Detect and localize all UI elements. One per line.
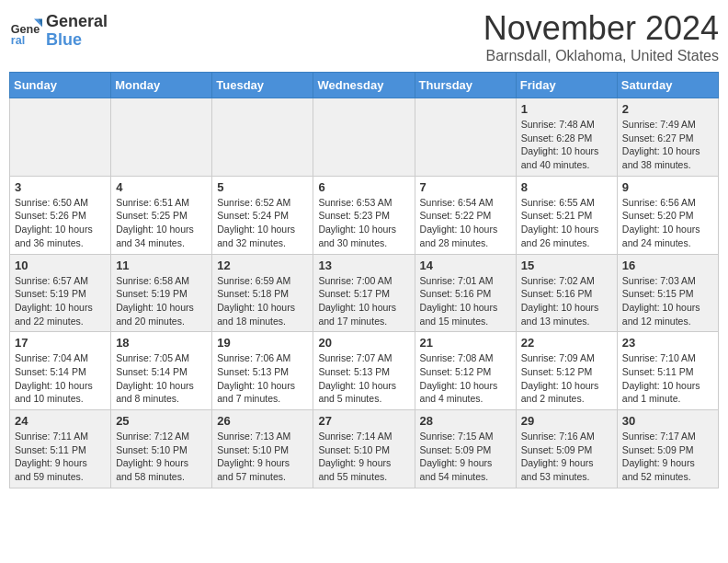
calendar-cell: 5Sunrise: 6:52 AM Sunset: 5:24 PM Daylig…	[212, 176, 313, 254]
calendar-cell: 4Sunrise: 6:51 AM Sunset: 5:25 PM Daylig…	[111, 176, 212, 254]
day-info: Sunrise: 7:49 AM Sunset: 6:27 PM Dayligh…	[622, 118, 713, 172]
calendar-cell	[415, 98, 516, 177]
calendar-cell: 16Sunrise: 7:03 AM Sunset: 5:15 PM Dayli…	[617, 254, 718, 332]
day-info: Sunrise: 7:03 AM Sunset: 5:15 PM Dayligh…	[622, 274, 713, 328]
calendar-cell: 2Sunrise: 7:49 AM Sunset: 6:27 PM Daylig…	[617, 98, 718, 177]
day-info: Sunrise: 6:53 AM Sunset: 5:23 PM Dayligh…	[318, 196, 409, 250]
day-info: Sunrise: 6:56 AM Sunset: 5:20 PM Dayligh…	[622, 196, 713, 250]
calendar-cell: 20Sunrise: 7:07 AM Sunset: 5:13 PM Dayli…	[313, 332, 415, 410]
day-number: 22	[521, 336, 612, 350]
day-number: 12	[217, 259, 308, 272]
day-info: Sunrise: 6:55 AM Sunset: 5:21 PM Dayligh…	[521, 196, 612, 250]
weekday-header-thursday: Thursday	[415, 73, 516, 98]
weekday-header-tuesday: Tuesday	[212, 73, 313, 98]
calendar-cell: 8Sunrise: 6:55 AM Sunset: 5:21 PM Daylig…	[516, 176, 617, 254]
day-info: Sunrise: 7:06 AM Sunset: 5:13 PM Dayligh…	[217, 351, 308, 406]
day-info: Sunrise: 7:13 AM Sunset: 5:10 PM Dayligh…	[217, 430, 308, 484]
calendar-cell: 21Sunrise: 7:08 AM Sunset: 5:12 PM Dayli…	[415, 332, 516, 410]
logo-text: General Blue	[46, 13, 108, 50]
calendar-cell: 30Sunrise: 7:17 AM Sunset: 5:09 PM Dayli…	[617, 410, 718, 488]
day-number: 18	[116, 336, 207, 350]
day-number: 13	[318, 259, 409, 272]
day-number: 7	[420, 180, 511, 194]
day-number: 8	[521, 180, 612, 194]
day-info: Sunrise: 7:17 AM Sunset: 5:09 PM Dayligh…	[622, 430, 713, 484]
calendar-cell	[111, 98, 212, 177]
calendar-cell: 23Sunrise: 7:10 AM Sunset: 5:11 PM Dayli…	[617, 332, 718, 410]
day-number: 21	[420, 336, 511, 350]
day-info: Sunrise: 6:59 AM Sunset: 5:18 PM Dayligh…	[217, 274, 308, 328]
calendar-cell: 19Sunrise: 7:06 AM Sunset: 5:13 PM Dayli…	[212, 332, 313, 410]
month-title: November 2024	[483, 9, 719, 48]
weekday-header-wednesday: Wednesday	[313, 73, 415, 98]
day-number: 6	[318, 180, 409, 194]
calendar-table: SundayMondayTuesdayWednesdayThursdayFrid…	[9, 72, 719, 488]
calendar-cell	[10, 98, 111, 177]
day-info: Sunrise: 7:14 AM Sunset: 5:10 PM Dayligh…	[318, 430, 409, 484]
calendar-cell: 7Sunrise: 6:54 AM Sunset: 5:22 PM Daylig…	[415, 176, 516, 254]
calendar-week-4: 17Sunrise: 7:04 AM Sunset: 5:14 PM Dayli…	[10, 332, 719, 410]
calendar-cell	[313, 98, 415, 177]
calendar-cell: 11Sunrise: 6:58 AM Sunset: 5:19 PM Dayli…	[111, 254, 212, 332]
day-info: Sunrise: 7:11 AM Sunset: 5:11 PM Dayligh…	[15, 430, 106, 484]
weekday-header-monday: Monday	[111, 73, 212, 98]
calendar-cell: 14Sunrise: 7:01 AM Sunset: 5:16 PM Dayli…	[415, 254, 516, 332]
calendar-week-2: 3Sunrise: 6:50 AM Sunset: 5:26 PM Daylig…	[10, 176, 719, 254]
calendar-cell: 17Sunrise: 7:04 AM Sunset: 5:14 PM Dayli…	[10, 332, 111, 410]
day-info: Sunrise: 7:00 AM Sunset: 5:17 PM Dayligh…	[318, 274, 409, 328]
day-number: 16	[622, 259, 713, 272]
day-info: Sunrise: 7:09 AM Sunset: 5:12 PM Dayligh…	[521, 351, 612, 406]
calendar-cell: 6Sunrise: 6:53 AM Sunset: 5:23 PM Daylig…	[313, 176, 415, 254]
calendar-cell: 26Sunrise: 7:13 AM Sunset: 5:10 PM Dayli…	[212, 410, 313, 488]
day-number: 1	[521, 102, 612, 116]
day-info: Sunrise: 7:08 AM Sunset: 5:12 PM Dayligh…	[420, 351, 511, 406]
day-number: 29	[521, 414, 612, 428]
weekday-header-friday: Friday	[516, 73, 617, 98]
calendar-cell: 24Sunrise: 7:11 AM Sunset: 5:11 PM Dayli…	[10, 410, 111, 488]
day-number: 30	[622, 414, 713, 428]
logo: Gene ral General Blue	[9, 13, 108, 50]
day-number: 10	[15, 259, 106, 272]
day-number: 11	[116, 259, 207, 272]
day-info: Sunrise: 6:51 AM Sunset: 5:25 PM Dayligh…	[116, 196, 207, 250]
day-info: Sunrise: 7:01 AM Sunset: 5:16 PM Dayligh…	[420, 274, 511, 328]
day-number: 25	[116, 414, 207, 428]
calendar-cell: 3Sunrise: 6:50 AM Sunset: 5:26 PM Daylig…	[10, 176, 111, 254]
day-info: Sunrise: 6:57 AM Sunset: 5:19 PM Dayligh…	[15, 274, 106, 328]
day-number: 26	[217, 414, 308, 428]
day-number: 19	[217, 336, 308, 350]
calendar-cell: 27Sunrise: 7:14 AM Sunset: 5:10 PM Dayli…	[313, 410, 415, 488]
day-number: 4	[116, 180, 207, 194]
day-number: 24	[15, 414, 106, 428]
day-info: Sunrise: 6:54 AM Sunset: 5:22 PM Dayligh…	[420, 196, 511, 250]
day-number: 23	[622, 336, 713, 350]
weekday-header-sunday: Sunday	[10, 73, 111, 98]
day-number: 20	[318, 336, 409, 350]
day-info: Sunrise: 7:10 AM Sunset: 5:11 PM Dayligh…	[622, 351, 713, 406]
calendar-week-5: 24Sunrise: 7:11 AM Sunset: 5:11 PM Dayli…	[10, 410, 719, 488]
calendar-cell	[212, 98, 313, 177]
day-info: Sunrise: 7:12 AM Sunset: 5:10 PM Dayligh…	[116, 430, 207, 484]
weekday-header-saturday: Saturday	[617, 73, 718, 98]
logo-blue: Blue	[46, 31, 108, 50]
day-info: Sunrise: 7:15 AM Sunset: 5:09 PM Dayligh…	[420, 430, 511, 484]
calendar-cell: 29Sunrise: 7:16 AM Sunset: 5:09 PM Dayli…	[516, 410, 617, 488]
calendar-cell: 10Sunrise: 6:57 AM Sunset: 5:19 PM Dayli…	[10, 254, 111, 332]
day-info: Sunrise: 6:52 AM Sunset: 5:24 PM Dayligh…	[217, 196, 308, 250]
calendar-week-3: 10Sunrise: 6:57 AM Sunset: 5:19 PM Dayli…	[10, 254, 719, 332]
svg-text:ral: ral	[11, 34, 25, 47]
day-number: 3	[15, 180, 106, 194]
calendar-week-1: 1Sunrise: 7:48 AM Sunset: 6:28 PM Daylig…	[10, 98, 719, 177]
day-number: 15	[521, 259, 612, 272]
calendar-cell: 18Sunrise: 7:05 AM Sunset: 5:14 PM Dayli…	[111, 332, 212, 410]
title-section: November 2024 Barnsdall, Oklahoma, Unite…	[483, 9, 719, 64]
location-title: Barnsdall, Oklahoma, United States	[483, 48, 719, 64]
calendar-cell: 25Sunrise: 7:12 AM Sunset: 5:10 PM Dayli…	[111, 410, 212, 488]
day-number: 27	[318, 414, 409, 428]
day-info: Sunrise: 7:16 AM Sunset: 5:09 PM Dayligh…	[521, 430, 612, 484]
day-info: Sunrise: 7:05 AM Sunset: 5:14 PM Dayligh…	[116, 351, 207, 406]
day-info: Sunrise: 6:50 AM Sunset: 5:26 PM Dayligh…	[15, 196, 106, 250]
day-info: Sunrise: 7:02 AM Sunset: 5:16 PM Dayligh…	[521, 274, 612, 328]
day-number: 5	[217, 180, 308, 194]
day-number: 9	[622, 180, 713, 194]
